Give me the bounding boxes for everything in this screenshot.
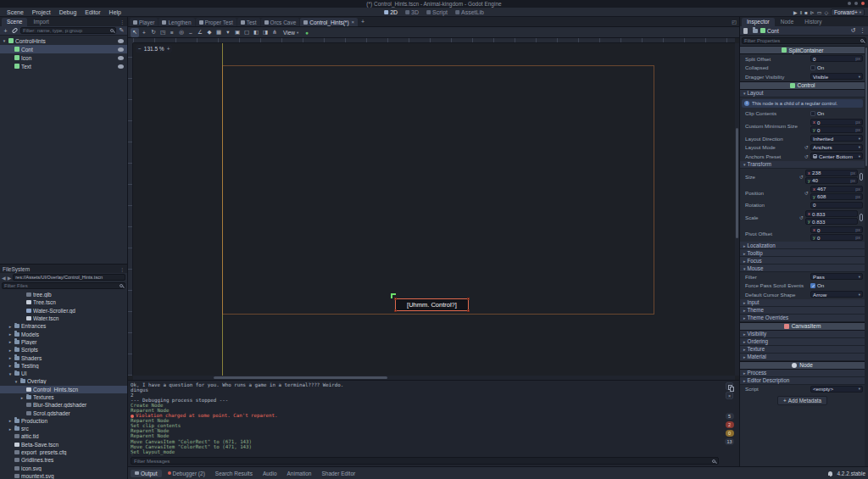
bottom-panel-tab[interactable]: Audio — [259, 470, 281, 477]
pause-button[interactable]: ‖ — [800, 10, 802, 15]
group-button[interactable]: ◧ — [252, 28, 260, 37]
filesystem-entry[interactable]: Production — [0, 417, 127, 425]
filesystem-entry[interactable]: Scrol.gdshader — [0, 409, 127, 416]
filesystem-entry[interactable]: Scripts — [0, 346, 127, 354]
revert-icon[interactable]: ↺ — [804, 153, 809, 159]
filesystem-entry[interactable]: export_presets.cfg — [0, 448, 127, 456]
pivot-x-field[interactable]: x0px — [810, 226, 863, 233]
filesystem-entry[interactable]: Testing — [0, 362, 127, 370]
expand-arrow[interactable] — [8, 418, 13, 423]
menu-item[interactable]: Scene — [3, 9, 27, 15]
resize-handle[interactable] — [467, 298, 470, 300]
script-dropdown[interactable]: <empty>▾ — [810, 386, 863, 393]
scene-tab[interactable]: Test × — [237, 18, 260, 26]
mode-tab[interactable]: 2D — [384, 9, 398, 15]
expand-arrow[interactable] — [8, 363, 13, 368]
add-metadata-button[interactable]: +Add Metadata — [777, 396, 827, 405]
dock-options-icon[interactable]: ⋮ — [120, 19, 125, 25]
position-y-field[interactable]: y608px — [810, 193, 863, 200]
clear-log-icon[interactable]: × — [726, 392, 733, 399]
scene-tree-node[interactable]: ControlHints — [0, 36, 127, 45]
smart-snap-toggle[interactable]: ◆ — [205, 28, 214, 37]
dock-tab[interactable]: Scene — [2, 18, 27, 26]
scale-y-field[interactable]: y0.833 — [805, 218, 858, 225]
ruler-tool[interactable]: ∠ — [196, 28, 204, 37]
filesystem-entry[interactable]: Shaders — [0, 354, 127, 361]
scrollbar-thumb[interactable] — [214, 376, 387, 379]
resize-handle[interactable] — [467, 309, 470, 312]
filesystem-entry[interactable]: Gridlines.tres — [0, 456, 127, 464]
expand-arrow[interactable] — [2, 38, 7, 43]
link-ratio-icon[interactable] — [860, 173, 863, 181]
filesystem-entry[interactable]: Blur-Shader.gdshader — [0, 401, 127, 409]
size-y-field[interactable]: y40px — [805, 177, 858, 184]
lock-button[interactable]: ▣ — [233, 28, 242, 37]
zoom-in-icon[interactable]: + — [167, 46, 170, 52]
filesystem-entry[interactable]: Water.tscn — [0, 315, 127, 322]
stop-button[interactable]: ■ — [804, 10, 808, 15]
filesystem-entry[interactable]: UI — [0, 370, 127, 377]
scene-tab[interactable]: Lengthen × — [159, 18, 194, 26]
mode-tab[interactable]: AssetLib — [455, 9, 484, 15]
skeleton-options-menu[interactable]: ⋔ — [270, 28, 279, 37]
menu-item[interactable]: Help — [106, 9, 125, 15]
scale-x-field[interactable]: x0.833 — [805, 210, 858, 217]
add-node-button[interactable]: + — [2, 27, 9, 35]
mode-tab[interactable]: Script — [426, 9, 448, 15]
revert-icon[interactable]: ↺ — [799, 214, 804, 220]
camera-override-icon[interactable]: ● — [303, 28, 311, 37]
section-mouse[interactable]: Mouse — [740, 265, 865, 272]
visibility-toggle-icon[interactable] — [118, 64, 124, 69]
scene-filter-input[interactable] — [23, 28, 108, 33]
rotate-tool[interactable]: ↻ — [149, 28, 158, 37]
message-count-badge[interactable]: 5 — [726, 413, 734, 420]
expand-arrow[interactable] — [8, 324, 13, 329]
minimize-button[interactable] — [848, 2, 851, 5]
split-offset-field[interactable]: 0px — [810, 55, 863, 62]
link-ratio-icon[interactable] — [860, 214, 863, 221]
expand-arrow[interactable] — [8, 331, 13, 337]
bottom-panel-tab[interactable]: Shader Editor — [317, 470, 359, 477]
filesystem-entry[interactable]: Water-Scroller.gd — [0, 307, 127, 315]
error-count-badge[interactable]: 2 — [726, 421, 734, 428]
min-size-x-field[interactable]: x0px — [810, 119, 863, 125]
attach-script-button[interactable]: ✎ — [118, 27, 125, 35]
filter-messages-input[interactable] — [134, 459, 710, 464]
play-custom-scene-button[interactable]: ▭ — [817, 9, 822, 15]
filesystem-entry[interactable]: Textures — [0, 393, 127, 401]
filesystem-entry[interactable]: tree.glb — [0, 291, 127, 298]
inspector-scrollbar[interactable] — [865, 46, 868, 466]
scene-tab[interactable]: Control_Hints(*) × — [300, 18, 358, 26]
expand-arrow[interactable] — [8, 426, 13, 432]
load-resource-icon[interactable] — [751, 27, 759, 35]
filesystem-entry[interactable]: mountext.svg — [0, 472, 127, 479]
scene-tab[interactable]: Proper Test × — [196, 18, 236, 26]
menu-item[interactable]: Editor — [81, 9, 103, 15]
notification-bell-icon[interactable] — [828, 471, 832, 476]
section-header[interactable]: Visibility — [740, 331, 865, 338]
canvas[interactable]: [Uhmm. Control?] − 131.5 % + — [133, 43, 735, 376]
section-header[interactable]: Texture — [740, 346, 865, 354]
mouse-filter-dropdown[interactable]: Pass▾ — [810, 273, 863, 280]
view-menu[interactable]: View▾ — [280, 30, 302, 36]
grid-snap-toggle[interactable]: ▦ — [214, 28, 223, 37]
distraction-free-icon[interactable]: ◰ — [732, 19, 737, 25]
min-size-y-field[interactable]: y0px — [810, 126, 863, 133]
section-header[interactable]: Editor Description — [740, 377, 865, 385]
pivot-tool[interactable]: ◎ — [177, 28, 186, 37]
unlock-button[interactable]: ▢ — [242, 28, 251, 37]
expand-arrow[interactable] — [8, 371, 13, 376]
section-header[interactable]: Theme Overrides — [740, 315, 865, 322]
ungroup-button[interactable]: ◨ — [261, 28, 270, 37]
dragger-visibility-dropdown[interactable]: Visible▾ — [810, 73, 863, 80]
back-icon[interactable]: ◀ — [2, 275, 6, 281]
layout-mode-dropdown[interactable]: Anchors▾ — [810, 144, 863, 151]
section-header[interactable]: Localization — [740, 242, 865, 249]
dock-tab[interactable]: History — [799, 18, 826, 26]
filter-properties-input[interactable] — [744, 38, 859, 43]
new-resource-icon[interactable] — [742, 27, 749, 35]
close-button[interactable] — [861, 2, 865, 5]
force-pass-checkbox[interactable]: On — [810, 282, 863, 288]
menu-item[interactable]: Debug — [56, 9, 81, 15]
visibility-toggle-icon[interactable] — [118, 56, 124, 60]
